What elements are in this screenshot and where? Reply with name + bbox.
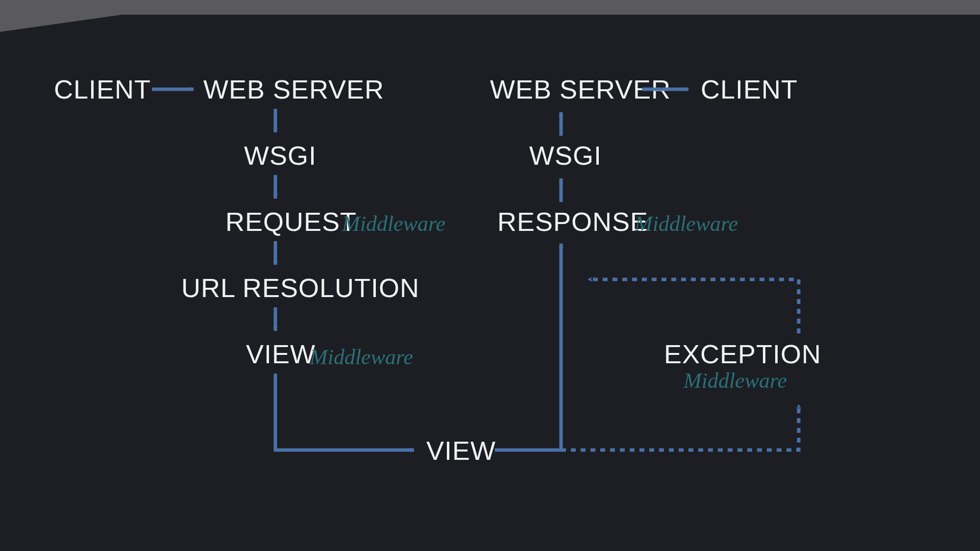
angled-strip bbox=[0, 0, 980, 39]
node-client-right: CLIENT bbox=[701, 76, 798, 102]
node-response: RESPONSE bbox=[497, 208, 648, 235]
label-response-middleware: Middleware bbox=[635, 213, 738, 235]
node-exception: EXCEPTION bbox=[664, 341, 821, 367]
node-webserver-left: WEB SERVER bbox=[203, 76, 384, 102]
node-webserver-right: WEB SERVER bbox=[490, 76, 671, 102]
arrow-view-to-exception-dotted bbox=[561, 404, 799, 450]
arrow-exception-to-response-dotted bbox=[588, 279, 799, 333]
node-wsgi-left: WSGI bbox=[244, 142, 317, 169]
arrow-viewmw-to-view bbox=[275, 374, 414, 450]
node-url-resolution: URL RESOLUTION bbox=[181, 275, 419, 301]
node-view-middleware: VIEW bbox=[246, 341, 316, 367]
node-view-center: VIEW bbox=[426, 437, 496, 464]
label-view-middleware: Middleware bbox=[310, 347, 413, 368]
label-exception-middleware: Middleware bbox=[684, 370, 787, 392]
node-request: REQUEST bbox=[225, 208, 357, 235]
node-wsgi-right: WSGI bbox=[529, 142, 602, 169]
label-request-middleware: Middleware bbox=[342, 213, 445, 235]
node-client-left: CLIENT bbox=[54, 76, 151, 102]
arrow-view-to-response bbox=[495, 244, 561, 450]
